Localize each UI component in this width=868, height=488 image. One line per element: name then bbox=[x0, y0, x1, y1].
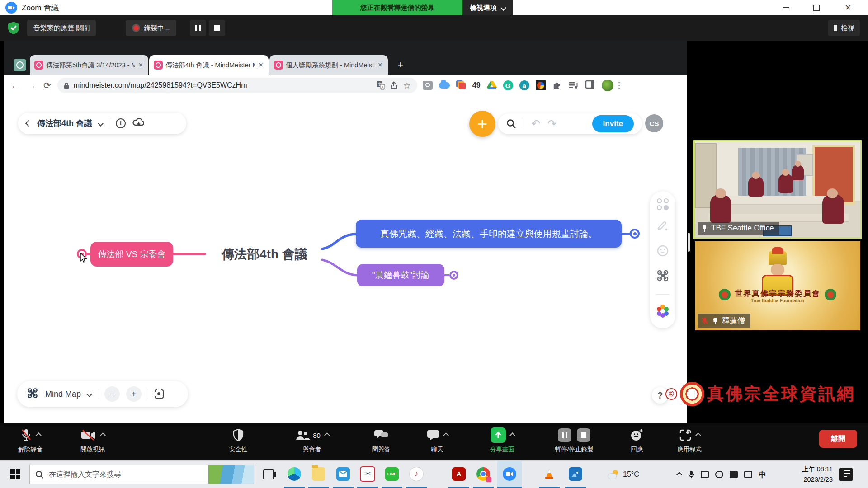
chat-button[interactable]: 聊天 bbox=[408, 427, 467, 454]
globe-extension-icon[interactable] bbox=[536, 80, 546, 90]
node-left[interactable]: 傳法部 VS 宗委會 bbox=[90, 242, 173, 267]
node-top-right[interactable]: 真佛咒藏、經藏、法藏、手印的建立與使用規畫討論。 bbox=[356, 220, 622, 248]
taskbar-vlc[interactable] bbox=[539, 461, 560, 488]
collection-extension-icon[interactable] bbox=[456, 80, 466, 90]
side-panel-icon[interactable] bbox=[585, 80, 594, 90]
close-button[interactable]: × bbox=[839, 0, 857, 15]
taskbar-mail[interactable] bbox=[333, 461, 354, 488]
stop-recording-button[interactable] bbox=[209, 20, 225, 36]
tray-power-icon[interactable] bbox=[701, 471, 709, 478]
taskbar-search-input[interactable]: 在這裡輸入文字來搜尋 bbox=[29, 465, 254, 484]
zoom-out-button[interactable]: − bbox=[104, 386, 120, 402]
chevron-up-icon[interactable] bbox=[695, 432, 701, 438]
address-bar[interactable]: mindmeister.com/map/2425981594?t=QV3E5WC… bbox=[57, 78, 417, 93]
apps-button[interactable]: 應用程式 bbox=[660, 427, 719, 454]
zoom-in-button[interactable]: + bbox=[126, 386, 142, 402]
action-center-button[interactable] bbox=[839, 468, 853, 481]
tab-meeting-5th[interactable]: 傳法部第5th會議 3/14/2023 - M × bbox=[30, 55, 148, 75]
reload-icon[interactable]: ⟳ bbox=[43, 80, 51, 91]
bottom-right-node-connector[interactable] bbox=[449, 271, 458, 280]
connections-icon[interactable] bbox=[656, 269, 670, 284]
tab-meeting-4th-active[interactable]: 傳法部4th 會議 - MindMeister M × bbox=[149, 55, 269, 75]
participants-button[interactable]: 80 與會者 bbox=[278, 427, 346, 454]
hidden-icons-chevron[interactable] bbox=[676, 472, 682, 478]
drive-icon[interactable] bbox=[487, 81, 497, 90]
panel-resize-handle[interactable] bbox=[688, 233, 690, 252]
stop-icon[interactable] bbox=[577, 428, 590, 442]
playlist-icon[interactable] bbox=[569, 81, 578, 89]
emoji-icon[interactable] bbox=[656, 244, 669, 259]
start-video-button[interactable]: 開啟視訊 bbox=[63, 427, 122, 454]
tray-usb-icon[interactable] bbox=[730, 471, 738, 478]
view-mode-label[interactable]: Mind Map bbox=[45, 389, 81, 399]
taskbar-line[interactable]: LINE bbox=[382, 461, 402, 488]
taskbar-photoscape[interactable]: ✂ bbox=[357, 461, 378, 488]
view-options-button[interactable]: 檢視選項 bbox=[462, 0, 513, 15]
tray-camera-icon[interactable] bbox=[715, 471, 723, 478]
chevron-down-icon[interactable] bbox=[86, 391, 92, 397]
taskbar-edge[interactable] bbox=[284, 461, 305, 488]
theme-layout-icon[interactable] bbox=[657, 198, 669, 210]
bing-daily-image[interactable] bbox=[208, 465, 254, 484]
tab-close-icon[interactable]: × bbox=[137, 61, 144, 70]
taskbar-photos[interactable] bbox=[565, 461, 586, 488]
center-map-button[interactable] bbox=[155, 389, 164, 399]
view-layout-button[interactable]: 檢視 bbox=[828, 20, 860, 36]
original-sound-button[interactable]: 音樂家的原聲:關閉 bbox=[27, 20, 96, 36]
taskbar-itunes[interactable]: ♪ bbox=[406, 461, 427, 488]
extensions-puzzle-icon[interactable] bbox=[552, 80, 562, 90]
chevron-up-icon[interactable] bbox=[509, 432, 515, 438]
tab-close-icon[interactable]: × bbox=[377, 61, 383, 70]
qa-button[interactable]: 問與答 bbox=[352, 427, 410, 454]
task-view-button[interactable] bbox=[259, 461, 278, 488]
taskbar-clock[interactable]: 上午 08:11 2023/2/23 bbox=[788, 464, 833, 485]
chrome-menu-icon[interactable]: ⋮ bbox=[615, 80, 623, 90]
grammarly-icon[interactable]: G bbox=[503, 80, 513, 90]
tray-network-icon[interactable] bbox=[744, 471, 752, 478]
forward-icon[interactable]: → bbox=[27, 80, 36, 91]
screenshot-extension-icon[interactable] bbox=[423, 81, 433, 90]
node-root[interactable]: 傳法部4th 會議 bbox=[205, 245, 324, 263]
top-right-node-connector[interactable] bbox=[630, 229, 640, 239]
tray-mic-icon[interactable] bbox=[688, 470, 694, 479]
security-button[interactable]: 安全性 bbox=[209, 427, 268, 454]
chatgpt-pinned-tab[interactable] bbox=[14, 59, 26, 71]
start-button[interactable] bbox=[5, 461, 26, 488]
taskbar-acrobat[interactable]: A bbox=[448, 461, 469, 488]
translate-icon[interactable]: 文A bbox=[376, 81, 385, 90]
node-bottom-right[interactable]: "晨鐘暮鼓"討論 bbox=[357, 264, 444, 286]
pause-stop-recording-button[interactable]: 暫停/停止錄製 bbox=[542, 427, 606, 454]
share-screen-button[interactable]: 分享畫面 bbox=[473, 427, 532, 454]
profile-avatar[interactable] bbox=[602, 80, 613, 91]
mindmeister-apps-icon[interactable] bbox=[657, 305, 669, 316]
video-shi-lian-seng[interactable]: 世界真佛宗宗務委員會 True Buddha Foundation 釋蓮僧 bbox=[695, 241, 860, 330]
taskbar-zoom-active[interactable] bbox=[497, 461, 522, 488]
mindmeister-canvas[interactable]: 傳法部4th 會議 i + ↶ ↷ Invite CS bbox=[4, 96, 687, 423]
chevron-up-icon[interactable] bbox=[100, 432, 106, 438]
tab-reward-system[interactable]: 個人獎勵系統規劃 - MindMeiste × bbox=[269, 55, 388, 75]
tab-close-icon[interactable]: × bbox=[258, 61, 264, 70]
style-brush-icon[interactable] bbox=[656, 220, 669, 235]
new-tab-button[interactable]: + bbox=[394, 59, 407, 71]
unmute-button[interactable]: 解除靜音 bbox=[1, 427, 60, 454]
back-icon[interactable]: ← bbox=[11, 80, 20, 91]
taskbar-weather[interactable]: 15°C bbox=[607, 461, 639, 488]
amazon-assistant-icon[interactable]: a bbox=[519, 80, 529, 90]
chevron-up-icon[interactable] bbox=[36, 432, 42, 438]
ime-indicator[interactable]: 中 bbox=[759, 469, 766, 480]
pause-icon[interactable] bbox=[558, 428, 571, 442]
chevron-up-icon[interactable] bbox=[324, 432, 330, 438]
reactions-button[interactable]: 回應 bbox=[608, 427, 666, 454]
pause-recording-button[interactable] bbox=[190, 20, 206, 36]
taskbar-file-explorer[interactable] bbox=[308, 461, 329, 488]
share-icon[interactable] bbox=[390, 81, 399, 89]
maximize-button[interactable] bbox=[807, 0, 826, 15]
chevron-up-icon[interactable] bbox=[443, 432, 449, 438]
minimize-button[interactable] bbox=[777, 0, 795, 15]
cloud-extension-icon[interactable] bbox=[439, 82, 450, 89]
meeting-info-shield-icon[interactable] bbox=[7, 21, 20, 37]
bookmark-star-icon[interactable]: ☆ bbox=[403, 80, 411, 91]
video-tbf-seattle-office[interactable]: TBF Seattle Office bbox=[693, 140, 862, 239]
taskbar-chrome[interactable] bbox=[473, 461, 494, 488]
leave-meeting-button[interactable]: 離開 bbox=[819, 430, 857, 448]
